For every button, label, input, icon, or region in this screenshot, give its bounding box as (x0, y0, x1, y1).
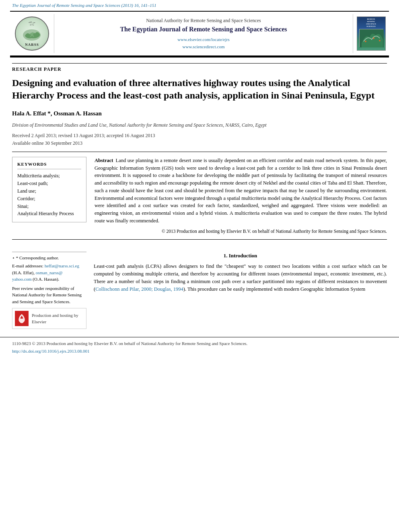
footer-bar: 1110-9823 © 2013 Production and hosting … (0, 337, 399, 357)
footnote-intro-area: ⋆ * Corresponding author. E-mail address… (12, 252, 387, 329)
article-title: Designing and evaluation of three altern… (12, 77, 387, 102)
email1-author: (H.A. Effat), (12, 270, 35, 275)
keyword-item-3: Land use; (17, 188, 81, 195)
intro-reference-link[interactable]: Collischonn and Pilar, 2000; Douglas, 19… (95, 286, 183, 292)
cover-image: REMOTESENSINGAND SPACESCIENCES (357, 16, 386, 51)
abstract-body: Land use planning in a remote desert zon… (95, 158, 387, 224)
author-affiliation: Division of Environmental Studies and La… (12, 122, 387, 129)
intro-paragraph-1: Least-cost path analysis (LCPA) allows d… (94, 263, 387, 293)
keywords-heading: KEYWORDS (17, 161, 81, 169)
intro-heading: 1. Introduction (94, 252, 387, 260)
article-type-label: RESEARCH PAPER (12, 63, 387, 73)
corresponding-author-note: ⋆ * Corresponding author. (12, 255, 86, 261)
cover-title-text: REMOTESENSINGAND SPACESCIENCES (366, 18, 376, 27)
svg-point-4 (379, 40, 380, 41)
star-symbol: ⋆ (12, 255, 16, 260)
url-sciencedirect[interactable]: www.sciencedirect.com (183, 44, 225, 49)
keyword-item-2: Least-cost path; (17, 180, 81, 187)
journal-header: من اللهما له NARSS National Authority fo… (10, 11, 389, 56)
abstract-section-wrapper: KEYWORDS Multicriteria analysis; Least-c… (12, 157, 387, 234)
introduction-column: 1. Introduction Least-cost path analysis… (94, 252, 387, 329)
peer-review-note: Peer review under responsibility of Nati… (12, 285, 86, 305)
institution-name: National Authority for Remote Sensing an… (146, 17, 261, 24)
abstract-text: AbstractLand use planning in a remote de… (95, 157, 387, 225)
intro-text-2: ). This procedure can be easily implemen… (183, 286, 365, 292)
email-link-1[interactable]: heffat@narss.sci.eg (45, 263, 79, 268)
journal-cover-thumbnail: REMOTESENSINGAND SPACESCIENCES (353, 14, 389, 53)
email2-author: (O.A. Hassan). (33, 277, 59, 281)
main-content-area: RESEARCH PAPER Designing and evaluation … (0, 58, 399, 329)
svg-point-3 (373, 37, 374, 39)
journal-full-title: The Egyptian Journal of Remote Sensing a… (120, 25, 287, 34)
abstract-label: Abstract (95, 158, 113, 163)
elsevier-icon (16, 312, 28, 325)
journal-citation-text: The Egyptian Journal of Remote Sensing a… (12, 3, 156, 8)
elsevier-logo (15, 311, 29, 326)
logo-arabic-text: من اللهما له (27, 21, 37, 27)
doi-link[interactable]: http://dx.doi.org/10.1016/j.ejrs.2013.08… (12, 348, 387, 354)
section-divider-1 (12, 152, 387, 152)
abstract-copyright: © 2013 Production and hosting by Elsevie… (95, 228, 387, 234)
narss-logo-circle: من اللهما له NARSS (15, 16, 49, 51)
journal-citation-bar: The Egyptian Journal of Remote Sensing a… (0, 0, 399, 11)
email-line: E-mail addresses: heffat@narss.sci.eg (H… (12, 263, 86, 283)
author-list: Hala A. Effat *, Ossman A. Hassan (12, 110, 102, 117)
keywords-box: KEYWORDS Multicriteria analysis; Least-c… (12, 157, 86, 222)
keywords-column: KEYWORDS Multicriteria analysis; Least-c… (12, 157, 86, 234)
journal-header-center: National Authority for Remote Sensing an… (54, 14, 353, 53)
journal-urls: www.elsevier.com/locate/ejrs www.science… (177, 36, 229, 50)
available-online: Available online 30 September 2013 (12, 140, 387, 147)
cover-visual (359, 29, 383, 47)
issn-copyright-line: 1110-9823 © 2013 Production and hosting … (12, 341, 387, 347)
keyword-item-1: Multicriteria analysis; (17, 173, 81, 179)
author-names: Hala A. Effat *, Ossman A. Hassan (12, 109, 387, 118)
logo-map-icon (21, 27, 43, 42)
corresponding-label: * Corresponding author. (16, 255, 59, 260)
footnote-column: ⋆ * Corresponding author. E-mail address… (12, 252, 86, 329)
email-label: E-mail addresses: (12, 263, 43, 268)
keyword-item-5: Sinai; (17, 203, 81, 210)
narss-abbreviation: NARSS (25, 42, 39, 47)
section-divider-2 (12, 239, 387, 240)
cover-map-svg (360, 29, 384, 47)
received-dates: Received 2 April 2013; revised 13 August… (12, 132, 387, 139)
elsevier-branding-box: Production and hosting by Elsevier (12, 308, 86, 329)
url-elsevier[interactable]: www.elsevier.com/locate/ejrs (177, 37, 229, 42)
abstract-column: AbstractLand use planning in a remote de… (95, 157, 387, 234)
keyword-item-6: Analytical Hierarchy Process (17, 210, 81, 217)
elsevier-label: Production and hosting by Elsevier (32, 312, 84, 325)
keyword-item-4: Corridor; (17, 195, 81, 202)
svg-point-2 (365, 41, 366, 42)
institution-logo: من اللهما له NARSS (10, 14, 54, 53)
